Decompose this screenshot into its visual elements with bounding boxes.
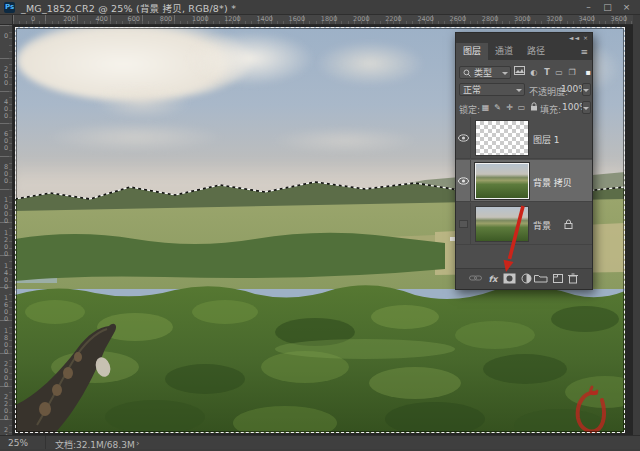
- chevron-down-icon: [583, 89, 589, 92]
- visibility-toggle[interactable]: [456, 203, 471, 245]
- ruler-label: 600: [1, 130, 10, 151]
- smart-object-filter-icon[interactable]: ❐: [566, 66, 578, 79]
- ruler-label: 3600: [611, 15, 628, 24]
- ruler-label: 1800: [321, 15, 338, 24]
- delete-layer-icon[interactable]: [566, 273, 580, 286]
- title-bar[interactable]: Ps _MG_1852.CR2 @ 25% (背景 拷贝, RGB/8*) * …: [0, 0, 640, 15]
- vertical-ruler[interactable]: 0200400600800100012001400160018002000220…: [0, 25, 13, 435]
- pixel-layer-filter-icon[interactable]: [513, 66, 525, 79]
- lock-transparency-icon[interactable]: ▦: [480, 102, 491, 114]
- ruler-label: 1600: [289, 15, 306, 24]
- ruler-label: 2000: [1, 360, 10, 388]
- filter-toggle-pin-icon[interactable]: ▪: [582, 66, 594, 79]
- ruler-label: 1000: [192, 15, 209, 24]
- ruler-label: 200: [63, 15, 75, 24]
- ruler-label: 2200: [1, 393, 10, 421]
- ruler-label: 400: [95, 15, 107, 24]
- ruler-label: 0: [31, 15, 35, 24]
- ruler-label: 1200: [224, 15, 241, 24]
- lock-pixels-icon[interactable]: ✎: [492, 102, 503, 114]
- eye-hidden-icon: [459, 220, 468, 228]
- shape-layer-filter-icon[interactable]: ▭: [553, 66, 565, 79]
- opacity-dropdown-button[interactable]: [582, 83, 591, 96]
- lock-label: 锁定:: [459, 103, 480, 116]
- ruler-label: 3400: [578, 15, 595, 24]
- fill-value[interactable]: 100%: [559, 101, 582, 114]
- ruler-label: 1400: [256, 15, 273, 24]
- visibility-toggle[interactable]: [456, 117, 471, 159]
- ruler-label: 2400: [1, 426, 10, 435]
- document-size-info: 文档:32.1M/68.3M: [55, 438, 135, 451]
- ruler-label: 200: [1, 65, 10, 86]
- layer-thumbnail[interactable]: [475, 206, 529, 242]
- zoom-level[interactable]: 25%: [8, 438, 28, 448]
- tab-layers[interactable]: 图层: [456, 43, 488, 60]
- layer-thumbnail[interactable]: [475, 120, 529, 156]
- fill-label: 填充:: [540, 103, 561, 116]
- ruler-label: 400: [1, 98, 10, 119]
- opacity-value[interactable]: 100%: [558, 83, 582, 96]
- new-group-icon[interactable]: [534, 273, 548, 286]
- link-layers-icon[interactable]: [468, 273, 482, 286]
- layers-list: 图层 1 背景 拷贝 背景: [456, 117, 592, 247]
- ruler-label: 3200: [546, 15, 563, 24]
- lock-all-icon[interactable]: [528, 102, 539, 114]
- maximize-button[interactable]: □: [598, 0, 617, 15]
- layer-row-background[interactable]: 背景: [456, 203, 592, 245]
- photoshop-app-icon: Ps: [4, 2, 15, 13]
- panel-header-bar[interactable]: ◄◄ ×: [456, 33, 592, 43]
- layers-panel: ◄◄ × 图层 通道 路径 ≡ 类型 ◐ T ▭ ❐ ▪ 正常 不: [455, 32, 593, 290]
- tab-paths[interactable]: 路径: [520, 43, 552, 60]
- lock-position-icon[interactable]: ✛: [504, 102, 515, 114]
- new-layer-icon[interactable]: [551, 273, 565, 286]
- visibility-toggle[interactable]: [456, 160, 471, 202]
- panel-menu-icon[interactable]: ≡: [580, 45, 588, 59]
- new-adjustment-layer-icon[interactable]: [519, 273, 533, 286]
- ruler-label: 800: [160, 15, 172, 24]
- layer-thumbnail[interactable]: [475, 163, 529, 199]
- ruler-label: 0: [1, 32, 10, 39]
- ruler-label: 600: [128, 15, 140, 24]
- close-button[interactable]: ×: [617, 0, 636, 15]
- add-layer-mask-icon[interactable]: [502, 273, 516, 286]
- adjustment-layer-filter-icon[interactable]: ◐: [528, 66, 540, 79]
- chevron-down-icon: [502, 72, 508, 75]
- search-icon: [463, 69, 471, 77]
- ruler-origin-box[interactable]: [0, 15, 13, 25]
- layer-row-background-copy[interactable]: 背景 拷贝: [456, 160, 592, 202]
- layer-row-layer1[interactable]: 图层 1: [456, 117, 592, 159]
- fill-dropdown-button[interactable]: [582, 101, 591, 114]
- layer-name[interactable]: 背景 拷贝: [533, 176, 572, 189]
- collapse-panel-icon[interactable]: ◄◄: [569, 34, 580, 41]
- eye-icon: [458, 134, 469, 142]
- ruler-label: 2400: [417, 15, 434, 24]
- ruler-label: 1200: [1, 229, 10, 257]
- horizontal-ruler[interactable]: 0200400600800100012001400160018002000220…: [13, 15, 633, 25]
- ruler-label: 1800: [1, 327, 10, 355]
- tab-channels[interactable]: 通道: [488, 43, 520, 60]
- photoshop-window: Ps _MG_1852.CR2 @ 25% (背景 拷贝, RGB/8*) * …: [0, 0, 640, 451]
- chevron-down-icon: [516, 89, 522, 92]
- layers-panel-footer: fx: [456, 268, 592, 289]
- status-options-chevron[interactable]: ›: [136, 438, 140, 448]
- ruler-label: 800: [1, 163, 10, 184]
- panel-close-icon[interactable]: ×: [583, 34, 589, 41]
- minimize-button[interactable]: –: [579, 0, 598, 15]
- layer-lock-icon: [564, 219, 573, 231]
- ruler-label: 1000: [1, 196, 10, 224]
- ruler-label: 1600: [1, 294, 10, 322]
- ruler-label: 2000: [353, 15, 370, 24]
- document-title: _MG_1852.CR2 @ 25% (背景 拷贝, RGB/8*) *: [21, 1, 236, 15]
- ruler-label: 3000: [514, 15, 531, 24]
- filter-kind-dropdown[interactable]: 类型: [459, 66, 511, 79]
- layer-name[interactable]: 图层 1: [533, 133, 560, 146]
- layer-name[interactable]: 背景: [533, 219, 551, 232]
- layer-effects-icon[interactable]: fx: [486, 273, 500, 286]
- type-layer-filter-icon[interactable]: T: [541, 66, 553, 79]
- status-bar: 25% 文档:32.1M/68.3M ›: [0, 435, 640, 449]
- ruler-label: 2600: [450, 15, 467, 24]
- ruler-label: 2800: [482, 15, 499, 24]
- lock-artboard-icon[interactable]: ▭: [516, 102, 527, 114]
- blend-mode-dropdown[interactable]: 正常: [459, 83, 525, 96]
- eye-icon: [458, 177, 469, 185]
